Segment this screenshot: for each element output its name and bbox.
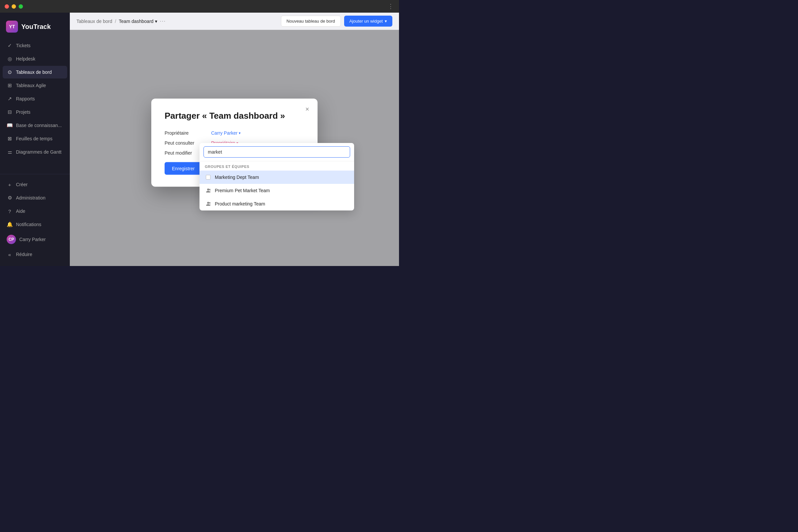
reduce-icon: « <box>7 251 13 258</box>
dropdown-item-label-marketing-dept: Marketing Dept Team <box>215 174 259 180</box>
sidebar-label-notifications: Notifications <box>16 222 41 227</box>
reduce-label: Réduire <box>16 252 32 257</box>
minimize-button[interactable] <box>12 4 16 8</box>
content-area: Utilisez cet espace pour suivre les info… <box>70 30 399 266</box>
sidebar: YT YouTrack ✓ Tickets ◎ Helpdesk ⊙ Table… <box>0 13 70 266</box>
creer-icon: + <box>7 182 13 188</box>
more-options-icon[interactable]: ··· <box>160 18 166 25</box>
tableaux-agile-icon: ⊞ <box>7 82 13 89</box>
helpdesk-icon: ◎ <box>7 56 13 62</box>
sidebar-logo[interactable]: YT YouTrack <box>0 18 70 39</box>
breadcrumb-parent[interactable]: Tableaux de bord <box>76 19 112 24</box>
feuilles-temps-icon: ⊠ <box>7 136 13 141</box>
sidebar-item-diagrammes-gantt[interactable]: ⚌ Diagrammes de Gantt <box>3 146 67 158</box>
checkbox-icon <box>205 174 211 180</box>
dropdown-item-label-premium-pet: Premium Pet Market Team <box>215 188 270 193</box>
sidebar-label-tableaux-agile: Tableaux Agile <box>16 83 46 88</box>
header-actions: Nouveau tableau de bord Ajouter un widge… <box>281 16 392 26</box>
sidebar-nav: ✓ Tickets ◎ Helpdesk ⊙ Tableaux de bord … <box>0 39 70 167</box>
sidebar-label-rapports: Rapports <box>16 96 35 101</box>
tickets-icon: ✓ <box>7 42 13 49</box>
user-name: Carry Parker <box>19 237 45 242</box>
sidebar-label-tickets: Tickets <box>16 43 31 48</box>
proprietaire-value: Carry Parker ▾ <box>211 130 241 136</box>
sidebar-label-feuilles-temps: Feuilles de temps <box>16 136 53 141</box>
dropdown-item-label-product-marketing: Product marketing Team <box>215 201 265 207</box>
breadcrumb-current[interactable]: Team dashboard ▾ <box>119 19 157 24</box>
projets-icon: ⊟ <box>7 109 13 115</box>
maximize-button[interactable] <box>19 4 23 8</box>
dropdown-item-product-marketing[interactable]: Product marketing Team <box>200 197 354 210</box>
sidebar-item-creer[interactable]: + Créer <box>3 178 67 191</box>
sidebar-label-base-connaissance: Base de connaissan... <box>16 123 62 128</box>
app-layout: YT YouTrack ✓ Tickets ◎ Helpdesk ⊙ Table… <box>0 13 399 266</box>
sidebar-label-aide: Aide <box>16 208 25 214</box>
dropdown-section-label: GROUPES ET ÉQUIPES <box>200 161 354 171</box>
sidebar-item-base-connaissance[interactable]: 📖 Base de connaissan... <box>3 119 67 132</box>
breadcrumb: Tableaux de bord / Team dashboard ▾ ··· <box>76 18 166 25</box>
sidebar-label-creer: Créer <box>16 182 27 187</box>
proprietaire-chevron-icon[interactable]: ▾ <box>239 131 241 135</box>
window-chrome: ⋮ <box>0 0 399 13</box>
sidebar-item-aide[interactable]: ? Aide <box>3 205 67 217</box>
logo-icon: YT <box>6 21 18 33</box>
sidebar-reduce[interactable]: « Réduire <box>3 248 67 261</box>
sidebar-label-diagrammes-gantt: Diagrammes de Gantt <box>16 149 61 155</box>
modal-title: Partager « Team dashboard » <box>165 111 304 121</box>
sidebar-item-projets[interactable]: ⊟ Projets <box>3 106 67 118</box>
proprietaire-row: Propriétaire Carry Parker ▾ <box>165 130 304 136</box>
dropdown-item-premium-pet[interactable]: Premium Pet Market Team <box>200 184 354 197</box>
breadcrumb-current-label: Team dashboard <box>119 19 153 24</box>
sidebar-label-projets: Projets <box>16 109 31 115</box>
app-name: YouTrack <box>21 23 51 31</box>
dropdown-search-container <box>200 143 354 161</box>
sidebar-item-tickets[interactable]: ✓ Tickets <box>3 39 67 52</box>
nouveau-tableau-button[interactable]: Nouveau tableau de bord <box>281 16 341 26</box>
sidebar-item-helpdesk[interactable]: ◎ Helpdesk <box>3 53 67 65</box>
notifications-icon: 🔔 <box>7 222 13 227</box>
search-input[interactable] <box>204 146 350 158</box>
sidebar-user[interactable]: CP Carry Parker <box>3 231 67 247</box>
close-button[interactable] <box>5 4 9 8</box>
ajouter-chevron-icon: ▾ <box>385 19 387 24</box>
avatar: CP <box>7 235 16 244</box>
sidebar-label-helpdesk: Helpdesk <box>16 56 35 61</box>
group-icon-1 <box>205 187 211 194</box>
header: Tableaux de bord / Team dashboard ▾ ··· … <box>70 13 399 30</box>
breadcrumb-separator: / <box>115 19 116 24</box>
sidebar-item-notifications[interactable]: 🔔 Notifications <box>3 218 67 231</box>
window-menu-icon[interactable]: ⋮ <box>388 3 394 10</box>
sidebar-item-tableaux-bord[interactable]: ⊙ Tableaux de bord <box>3 66 67 78</box>
empty-checkbox <box>206 175 210 179</box>
search-dropdown: GROUPES ET ÉQUIPES Marketing Dept Team <box>200 143 354 210</box>
chevron-down-icon: ▾ <box>155 19 157 24</box>
modal-close-button[interactable]: × <box>302 104 312 114</box>
sidebar-item-administration[interactable]: ⚙ Administration <box>3 191 67 204</box>
sidebar-item-tableaux-agile[interactable]: ⊞ Tableaux Agile <box>3 79 67 92</box>
svg-point-0 <box>209 189 210 190</box>
administration-icon: ⚙ <box>7 195 13 201</box>
diagrammes-gantt-icon: ⚌ <box>7 149 13 155</box>
group-icon-2 <box>205 201 211 207</box>
dropdown-item-marketing-dept[interactable]: Marketing Dept Team <box>200 171 354 184</box>
aide-icon: ? <box>7 208 13 214</box>
ajouter-widget-button[interactable]: Ajouter un widget ▾ <box>344 16 392 26</box>
sidebar-label-administration: Administration <box>16 195 45 201</box>
sidebar-item-rapports[interactable]: ↗ Rapports <box>3 92 67 105</box>
proprietaire-label: Propriétaire <box>165 130 211 136</box>
svg-point-1 <box>209 202 210 204</box>
sidebar-label-tableaux-bord: Tableaux de bord <box>16 70 52 75</box>
enregistrer-button[interactable]: Enregistrer <box>165 162 202 175</box>
main-content: Tableaux de bord / Team dashboard ▾ ··· … <box>70 13 399 266</box>
rapports-icon: ↗ <box>7 96 13 102</box>
sidebar-bottom: + Créer ⚙ Administration ? Aide 🔔 Notifi… <box>0 174 70 261</box>
tableaux-bord-icon: ⊙ <box>7 69 13 75</box>
proprietaire-user[interactable]: Carry Parker <box>211 130 238 136</box>
sidebar-item-feuilles-temps[interactable]: ⊠ Feuilles de temps <box>3 132 67 145</box>
base-connaissance-icon: 📖 <box>7 122 13 128</box>
